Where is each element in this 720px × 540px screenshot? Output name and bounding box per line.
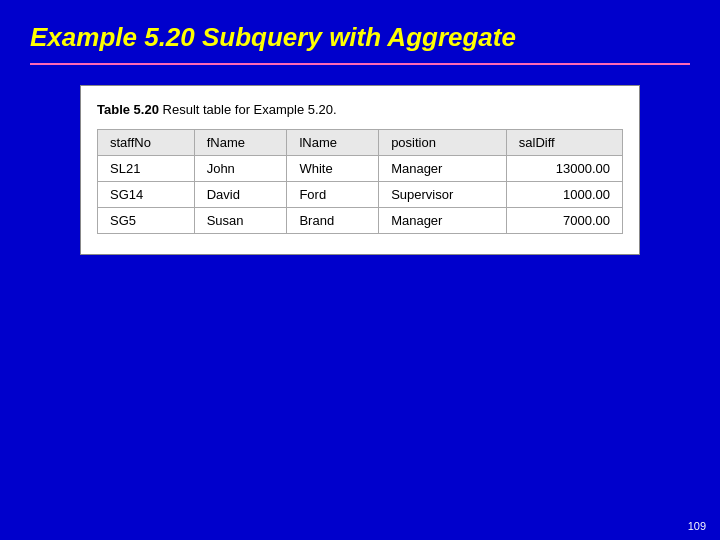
table-container: Table 5.20 Result table for Example 5.20… bbox=[80, 85, 640, 255]
table-cell: 13000.00 bbox=[506, 156, 622, 182]
result-table: staffNo fName lName position salDiff SL2… bbox=[97, 129, 623, 234]
table-label: Table 5.20 bbox=[97, 102, 159, 117]
table-cell: Ford bbox=[287, 182, 379, 208]
col-staffno: staffNo bbox=[98, 130, 195, 156]
table-cell: David bbox=[194, 182, 287, 208]
table-cell: SL21 bbox=[98, 156, 195, 182]
table-cell: Susan bbox=[194, 208, 287, 234]
page-title: Example 5.20 Subquery with Aggregate bbox=[0, 0, 720, 63]
table-cell: 1000.00 bbox=[506, 182, 622, 208]
table-cell: Supervisor bbox=[379, 182, 507, 208]
col-saldiff: salDiff bbox=[506, 130, 622, 156]
table-cell: Brand bbox=[287, 208, 379, 234]
table-cell: SG5 bbox=[98, 208, 195, 234]
col-fname: fName bbox=[194, 130, 287, 156]
title-divider bbox=[30, 63, 690, 65]
col-position: position bbox=[379, 130, 507, 156]
col-lname: lName bbox=[287, 130, 379, 156]
table-caption-text: Result table for Example 5.20. bbox=[163, 102, 337, 117]
table-row: SL21JohnWhiteManager13000.00 bbox=[98, 156, 623, 182]
page-number: 109 bbox=[688, 520, 706, 532]
table-cell: Manager bbox=[379, 208, 507, 234]
table-row: SG14DavidFordSupervisor1000.00 bbox=[98, 182, 623, 208]
table-cell: Manager bbox=[379, 156, 507, 182]
table-cell: John bbox=[194, 156, 287, 182]
table-cell: White bbox=[287, 156, 379, 182]
table-header-row: staffNo fName lName position salDiff bbox=[98, 130, 623, 156]
table-cell: SG14 bbox=[98, 182, 195, 208]
table-row: SG5SusanBrandManager7000.00 bbox=[98, 208, 623, 234]
table-caption: Table 5.20 Result table for Example 5.20… bbox=[97, 102, 623, 117]
table-cell: 7000.00 bbox=[506, 208, 622, 234]
